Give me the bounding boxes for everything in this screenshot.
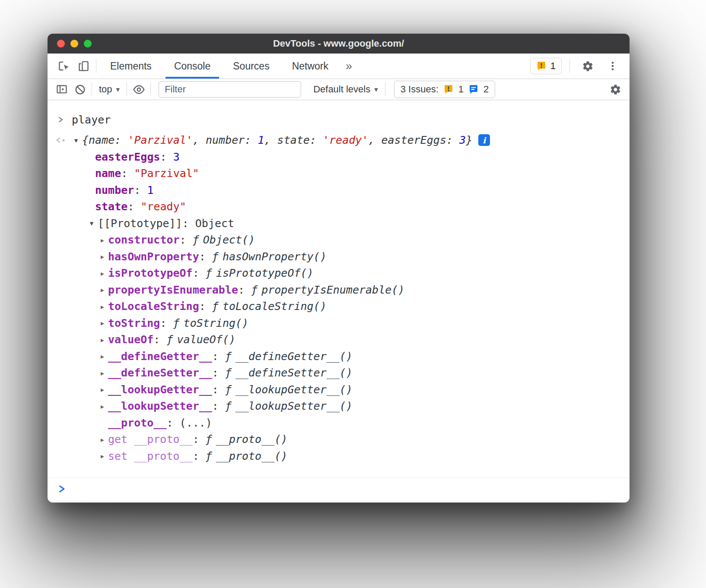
method-name: __lookupGetter__ (108, 383, 212, 396)
expand-arrow-icon[interactable]: ▸ (97, 301, 108, 312)
console-sidebar-toggle-button[interactable] (53, 81, 71, 98)
prototype-row[interactable]: ▾ [[Prototype]]: Object (48, 215, 630, 232)
inspect-element-button[interactable] (54, 56, 73, 76)
tab-console[interactable]: Console (163, 54, 222, 79)
preview-token: 3 (459, 134, 466, 146)
console-command-row[interactable]: player (48, 111, 630, 128)
create-live-expression-button[interactable] (130, 81, 148, 98)
error-badge[interactable]: 1 (530, 58, 562, 74)
prototype-method-row[interactable]: ▸toString: ƒtoString() (48, 315, 630, 332)
function-value: ƒhasOwnProperty() (212, 250, 327, 263)
minimize-window-button[interactable] (70, 40, 78, 47)
function-signature: __lookupGetter__() (235, 383, 353, 396)
warning-bubble-icon (536, 61, 547, 71)
zoom-window-button[interactable] (84, 40, 92, 47)
clear-console-button[interactable] (71, 81, 89, 98)
collapse-arrow-icon[interactable]: ▾ (70, 135, 82, 145)
expand-arrow-icon[interactable]: ▸ (97, 235, 108, 245)
object-property-row[interactable]: number: 1 (48, 182, 630, 199)
accessor-name: __proto__ (134, 433, 192, 446)
log-levels-selector[interactable]: Default levels ▾ (309, 84, 382, 95)
prototype-method-row[interactable]: ▸__defineGetter__: ƒ__defineGetter__() (48, 348, 630, 365)
device-toolbar-button[interactable] (73, 56, 93, 76)
collapse-arrow-icon[interactable]: ▾ (86, 218, 98, 228)
object-property-row[interactable]: state: "ready" (48, 199, 630, 215)
settings-button[interactable] (578, 56, 598, 76)
property-name: number (95, 184, 134, 196)
expand-arrow-icon[interactable]: ▸ (97, 401, 108, 411)
function-value: ƒ__defineSetter__() (225, 367, 353, 379)
object-property-row[interactable]: name: "Parzival" (48, 165, 630, 182)
issues-counter[interactable]: 3 Issues: 1 2 (394, 81, 496, 98)
tab-network[interactable]: Network (281, 54, 340, 79)
filter-input[interactable] (159, 81, 301, 98)
object-property-row[interactable]: easterEggs: 3 (48, 149, 630, 165)
prototype-method-row[interactable]: ▸valueOf: ƒvalueOf() (48, 332, 630, 348)
expand-arrow-icon[interactable]: ▸ (97, 335, 108, 345)
property-value: (...) (180, 417, 212, 429)
tab-label: Elements (110, 60, 152, 72)
function-value: ƒtoString() (173, 317, 249, 329)
proto-shortcut-row[interactable]: __proto__: (...) (48, 414, 630, 431)
function-signature: isPrototypeOf() (216, 267, 314, 279)
chevron-down-icon: ▾ (116, 85, 120, 94)
more-tabs-button[interactable]: » (340, 60, 358, 73)
separator: : (238, 284, 251, 296)
expand-arrow-icon[interactable]: ▸ (97, 318, 108, 328)
console-prompt[interactable] (48, 477, 630, 503)
expand-arrow-icon[interactable]: ▸ (97, 268, 108, 278)
function-glyph: ƒ (166, 333, 173, 346)
property-value: 1 (147, 184, 153, 196)
tab-elements[interactable]: Elements (99, 54, 163, 79)
customize-devtools-button[interactable] (603, 56, 623, 76)
expand-arrow-icon[interactable]: ▸ (97, 451, 108, 461)
message-bubble-icon (468, 84, 479, 95)
gear-icon (582, 60, 594, 72)
function-signature: Object() (203, 234, 255, 246)
execution-context-selector[interactable]: top ▾ (95, 84, 124, 95)
property-name: easterEggs (95, 151, 160, 163)
expand-arrow-icon[interactable]: ▸ (97, 368, 108, 378)
prototype-method-row[interactable]: ▸propertyIsEnumerable: ƒpropertyIsEnumer… (48, 281, 630, 298)
close-window-button[interactable] (57, 40, 65, 47)
function-glyph: ƒ (173, 317, 180, 329)
levels-label: Default levels (313, 84, 370, 95)
expand-arrow-icon[interactable]: ▸ (97, 434, 108, 445)
divider (150, 82, 151, 96)
expand-arrow-icon[interactable]: ▸ (97, 285, 108, 295)
separator: : (160, 151, 173, 163)
proto-accessor-row[interactable]: ▸set__proto__: ƒ__proto__() (48, 448, 630, 465)
info-icon[interactable]: i (478, 134, 490, 146)
function-glyph: ƒ (212, 250, 219, 263)
prototype-value: Object (195, 217, 234, 230)
function-glyph: ƒ (212, 300, 219, 313)
expand-arrow-icon[interactable]: ▸ (97, 351, 108, 361)
issues-message-count: 2 (483, 84, 489, 95)
function-signature: __proto__() (216, 433, 288, 446)
separator: : (121, 167, 134, 180)
expand-arrow-icon[interactable]: ▸ (97, 251, 108, 262)
prototype-method-row[interactable]: ▸toLocaleString: ƒtoLocaleString() (48, 298, 630, 315)
property-value: "Parzival" (134, 167, 199, 180)
tab-label: Network (292, 60, 328, 72)
divider (92, 82, 92, 96)
object-preview[interactable]: {name: 'Parzival', number: 1, state: 're… (82, 134, 472, 146)
proto-accessor-row[interactable]: ▸get__proto__: ƒ__proto__() (48, 431, 630, 448)
prototype-method-row[interactable]: ▸constructor: ƒObject() (48, 232, 630, 249)
prototype-method-row[interactable]: ▸__lookupGetter__: ƒ__lookupGetter__() (48, 381, 630, 398)
preview-token: , (193, 134, 206, 146)
expand-arrow-icon[interactable]: ▸ (97, 384, 108, 395)
function-signature: toString() (184, 317, 249, 329)
prototype-method-row[interactable]: ▸__defineSetter__: ƒ__defineSetter__() (48, 365, 630, 382)
divider (385, 82, 385, 96)
prototype-method-row[interactable]: ▸isPrototypeOf: ƒisPrototypeOf() (48, 265, 630, 282)
property-name: __proto__ (108, 417, 166, 429)
console-result-row[interactable]: ▾ {name: 'Parzival', number: 1, state: '… (48, 132, 630, 149)
separator: : (134, 184, 147, 196)
titlebar[interactable]: DevTools - www.google.com/ (48, 34, 630, 54)
prototype-method-row[interactable]: ▸__lookupSetter__: ƒ__lookupSetter__() (48, 398, 630, 415)
prototype-method-row[interactable]: ▸hasOwnProperty: ƒhasOwnProperty() (48, 248, 630, 265)
tab-sources[interactable]: Sources (222, 54, 280, 79)
function-signature: __proto__() (216, 450, 288, 462)
console-settings-button[interactable] (606, 81, 624, 98)
